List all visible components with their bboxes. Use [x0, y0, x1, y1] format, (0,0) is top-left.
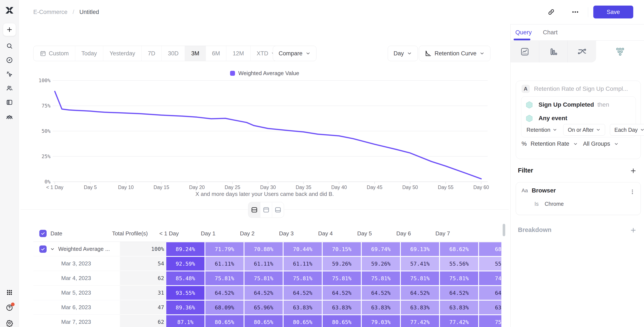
retention-cell: 80.65%: [244, 315, 283, 327]
split-view-toggle[interactable]: [248, 202, 260, 218]
app-sidebar: [0, 0, 19, 327]
x-axis-tick: Day 10: [118, 185, 134, 190]
query-title[interactable]: Retention Rate of Sign Up Compl...: [534, 85, 628, 92]
event-b-row: Any event: [526, 115, 567, 122]
retention-cell: 63.83%: [323, 301, 361, 314]
report-canvas: CustomTodayYesterday7D30D3M6M12MXTD Comp…: [19, 24, 510, 327]
compass-icon[interactable]: [4, 54, 15, 66]
column-header-day: Day 6: [384, 230, 423, 237]
retention-cell: 80.65%: [284, 315, 322, 327]
retention-cell: 68: [479, 242, 501, 256]
operator-dropdown[interactable]: On or After: [563, 124, 605, 136]
retention-cell: 61.11%: [244, 257, 283, 271]
link-icon[interactable]: [546, 7, 556, 17]
more-icon[interactable]: [570, 7, 581, 17]
period-dropdown[interactable]: Each Day: [610, 124, 644, 136]
x-axis-tick: Day 45: [367, 185, 382, 190]
retention-cell: 87.1%: [166, 315, 204, 327]
table-header-row: DateTotal Profile(s)< 1 DayDay 1Day 2Day…: [33, 225, 501, 242]
table-row: Mar 3, 20235492.59%61.11%61.11%61.11%59.…: [33, 256, 501, 271]
retention-cell: 75.81%: [440, 272, 478, 285]
breadcrumb-section[interactable]: E-Commerce: [33, 9, 68, 15]
row-label: Mar 3, 2023: [33, 260, 91, 267]
filter-property-row: Aa Browser: [522, 187, 556, 194]
flow-chart-icon[interactable]: [568, 41, 596, 62]
expand-chevron-icon[interactable]: [50, 247, 55, 252]
x-axis-tick: Day 50: [402, 185, 418, 190]
table-view-toggle[interactable]: [272, 202, 284, 218]
retention-cell: 89.36%: [166, 301, 204, 314]
metric-row: % Retention Rate All Groups: [522, 141, 619, 147]
row-label: Mar 5, 2023: [33, 290, 91, 296]
event-a-suffix: then: [598, 101, 609, 108]
column-header-day: < 1 Day: [150, 230, 188, 237]
query-badge: A: [522, 85, 530, 93]
line-chart-icon[interactable]: [510, 41, 539, 62]
column-header-date: Date: [50, 230, 62, 237]
retention-cell: 80.65%: [323, 315, 361, 327]
retention-cell: 59.26%: [323, 257, 361, 271]
event-a-row: Sign Up Completed then: [526, 101, 609, 108]
event-card: Sign Up Completed then Any event Retenti…: [521, 96, 636, 137]
retention-cell: 75.81%: [284, 272, 322, 285]
retention-cell: 70.15%: [323, 242, 361, 256]
total-profiles-cell: 100%: [120, 242, 166, 256]
x-axis-tick: Day 40: [331, 185, 347, 190]
help-icon[interactable]: [4, 302, 15, 313]
breadcrumb-page-title[interactable]: Untitled: [80, 9, 99, 15]
panel-left-icon[interactable]: [4, 97, 15, 108]
retention-cell: 64.52%: [205, 286, 244, 300]
event-a-name[interactable]: Sign Up Completed: [538, 101, 594, 108]
column-header-day: Day 1: [188, 230, 228, 237]
retention-cell: 85.48%: [166, 272, 204, 285]
retention-type-dropdown[interactable]: Retention: [526, 127, 557, 133]
retention-cell: 80.65%: [205, 315, 244, 327]
table-row: Mar 6, 20234789.36%68.09%65.96%63.83%63.…: [33, 300, 501, 315]
cursor-click-icon[interactable]: [4, 69, 15, 80]
column-header-day: Day 2: [228, 230, 267, 237]
x-axis-tick: < 1 Day: [46, 185, 63, 190]
x-axis-tick: Day 55: [438, 185, 454, 190]
apps-grid-icon[interactable]: [4, 287, 15, 298]
retention-cell: 61.11%: [284, 257, 322, 271]
add-filter-button[interactable]: [629, 167, 638, 175]
filter-operator[interactable]: Is: [534, 201, 538, 207]
tab-query[interactable]: Query: [515, 29, 532, 36]
retention-cell: 57.41%: [401, 257, 439, 271]
retention-cell: 75.81%: [401, 272, 439, 285]
table-row: Mar 5, 20233193.55%64.52%64.52%64.52%64.…: [33, 286, 501, 300]
event-b-name[interactable]: Any event: [538, 115, 567, 122]
bar-chart-icon[interactable]: [539, 41, 568, 62]
retention-settings-row: Retention On or After Each Day: [526, 124, 644, 136]
retention-cell: 92.59%: [166, 257, 204, 271]
breadcrumb-separator: /: [72, 9, 74, 15]
table-scrollbar[interactable]: [503, 224, 505, 236]
filter-value[interactable]: Chrome: [544, 201, 564, 207]
retention-dots-icon[interactable]: [596, 41, 644, 62]
retention-cell: 89.24%: [166, 242, 204, 256]
row-label: Mar 6, 2023: [33, 304, 91, 311]
chart-view-toggle[interactable]: [260, 202, 272, 218]
new-report-button[interactable]: [3, 23, 16, 36]
retention-cell: 64.52%: [362, 286, 400, 300]
retention-line: [55, 91, 481, 179]
users-icon[interactable]: [4, 83, 15, 94]
users-group-icon[interactable]: [4, 112, 15, 123]
row-label: Mar 7, 2023: [33, 319, 91, 325]
search-icon[interactable]: [4, 40, 15, 51]
save-button[interactable]: Save: [593, 5, 633, 18]
filter-heading: Filter: [518, 167, 533, 174]
retention-cell: 63.83%: [401, 301, 439, 314]
settings-icon[interactable]: [4, 318, 15, 327]
tab-chart[interactable]: Chart: [543, 29, 558, 36]
filter-property[interactable]: Browser: [532, 187, 556, 194]
select-all-checkbox[interactable]: [39, 230, 46, 237]
retention-cell: 77.42%: [440, 315, 478, 327]
houseware-logo[interactable]: [4, 5, 15, 16]
metric-dropdown[interactable]: Retention Rate: [530, 141, 569, 147]
filter-menu-icon[interactable]: [628, 188, 636, 196]
row-checkbox[interactable]: [39, 246, 46, 253]
groups-dropdown[interactable]: All Groups: [583, 141, 610, 147]
add-breakdown-button[interactable]: [629, 226, 638, 235]
retention-cell: 64.52%: [401, 286, 439, 300]
